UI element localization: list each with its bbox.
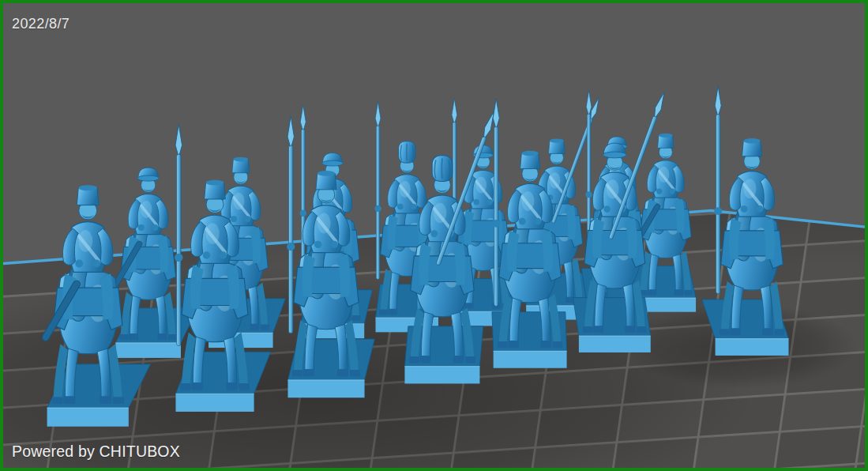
fez-hat bbox=[316, 171, 336, 190]
fez-hat bbox=[658, 134, 674, 149]
miniature-base-front bbox=[47, 408, 129, 427]
3d-viewport[interactable]: 2022/8/7 Powered by CHITUBOX bbox=[3, 3, 865, 468]
miniature-base-front bbox=[115, 343, 181, 358]
chitubox-watermark: Powered by CHITUBOX bbox=[12, 443, 180, 461]
build-plate-scene bbox=[3, 3, 865, 468]
miniature-base-front bbox=[175, 394, 254, 412]
miniature-base-front bbox=[404, 367, 479, 384]
busby-hat bbox=[432, 156, 453, 182]
miniature-base-front bbox=[716, 339, 789, 356]
chitubox-preview-window: 2022/8/7 Powered by CHITUBOX bbox=[0, 0, 868, 471]
date-label: 2022/8/7 bbox=[12, 16, 70, 32]
fez-hat bbox=[520, 151, 540, 169]
fez-hat bbox=[205, 180, 226, 199]
miniature-base-front bbox=[494, 351, 567, 367]
busby-hat bbox=[399, 141, 415, 163]
fez-hat bbox=[232, 157, 250, 173]
miniature-base-front bbox=[579, 336, 651, 352]
fez-hat bbox=[77, 185, 99, 205]
fez-hat bbox=[742, 138, 762, 156]
fez-hat bbox=[548, 138, 565, 153]
miniature-base-front bbox=[287, 380, 364, 398]
